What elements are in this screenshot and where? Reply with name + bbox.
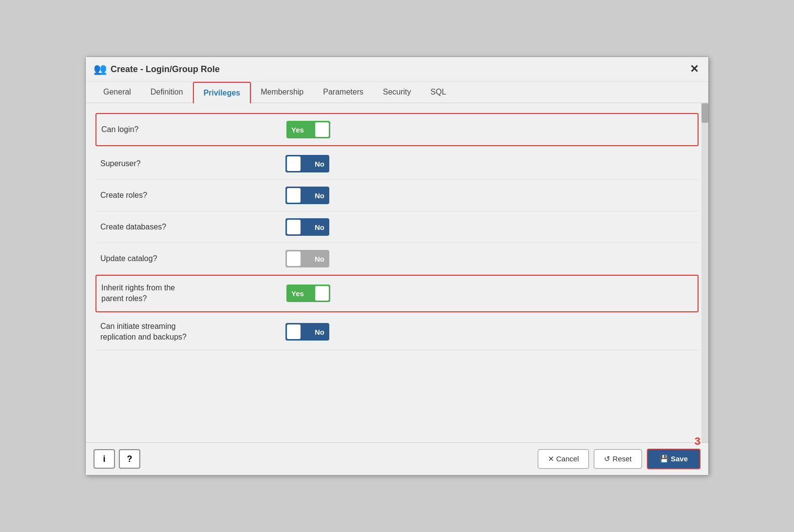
can-login-toggle[interactable]: Yes	[286, 121, 330, 138]
tab-bar: General Definition Privileges Membership…	[86, 82, 708, 103]
create-roles-toggle-knob	[287, 188, 301, 203]
footer-left: i ?	[94, 449, 140, 469]
scrollbar-track	[701, 103, 708, 442]
field-superuser: Superuser? No	[95, 148, 699, 180]
superuser-toggle-label: No	[310, 160, 329, 168]
streaming-replication-toggle-label: No	[310, 328, 329, 336]
help-button[interactable]: ?	[119, 449, 140, 469]
create-roles-toggle-wrapper: No	[285, 187, 329, 204]
can-login-toggle-label: Yes	[286, 126, 309, 134]
field-inherit-rights: Inherit rights from theparent roles? Yes…	[95, 275, 699, 312]
superuser-label: Superuser?	[100, 158, 285, 169]
tab-parameters[interactable]: Parameters	[313, 82, 373, 102]
update-catalog-toggle[interactable]: No	[285, 250, 329, 267]
create-roles-toggle[interactable]: No	[285, 187, 329, 204]
cancel-button[interactable]: ✕ Cancel	[538, 449, 589, 469]
tab-security[interactable]: Security	[373, 82, 421, 102]
close-button[interactable]: ✕	[688, 63, 700, 76]
footer: i ? 3 ✕ Cancel ↺ Reset 💾 Save	[86, 442, 708, 475]
title-bar: 👥 Create - Login/Group Role ✕	[86, 57, 708, 82]
inherit-rights-toggle-label: Yes	[286, 289, 309, 298]
field-create-roles: Create roles? No	[95, 180, 699, 211]
update-catalog-toggle-knob	[287, 251, 301, 266]
create-databases-toggle-label: No	[310, 223, 329, 231]
reset-button[interactable]: ↺ Reset	[594, 449, 642, 469]
inherit-rights-toggle[interactable]: Yes	[286, 285, 330, 302]
create-databases-label: Create databases?	[100, 222, 285, 232]
streaming-replication-toggle-wrapper: No	[285, 323, 329, 341]
tab-membership[interactable]: Membership	[251, 82, 313, 102]
tab-privileges[interactable]: Privileges	[193, 82, 251, 103]
superuser-toggle-wrapper: No	[285, 155, 329, 172]
create-roles-toggle-label: No	[310, 191, 329, 200]
can-login-toggle-knob	[315, 122, 329, 137]
dialog-title: Create - Login/Group Role	[111, 64, 220, 75]
inherit-rights-toggle-wrapper: Yes	[286, 285, 330, 302]
can-login-label: Can login?	[101, 124, 286, 135]
field-update-catalog: Update catalog? No	[95, 243, 699, 275]
save-button[interactable]: 💾 Save	[647, 449, 700, 469]
tab-sql[interactable]: SQL	[421, 82, 456, 102]
create-databases-toggle[interactable]: No	[285, 218, 329, 236]
tab-definition[interactable]: Definition	[141, 82, 193, 102]
create-login-group-role-dialog: 👥 Create - Login/Group Role ✕ General De…	[85, 57, 709, 475]
create-databases-toggle-wrapper: No	[285, 218, 329, 236]
inherit-rights-label: Inherit rights from theparent roles?	[101, 283, 286, 304]
annotation-3: 3	[695, 435, 700, 448]
update-catalog-toggle-wrapper: No	[285, 250, 329, 267]
update-catalog-label: Update catalog?	[100, 253, 285, 264]
create-roles-label: Create roles?	[100, 190, 285, 201]
streaming-replication-label: Can initiate streamingreplication and ba…	[100, 321, 285, 343]
info-button[interactable]: i	[94, 449, 115, 469]
dialog-icon: 👥	[94, 63, 107, 76]
field-can-login: Can login? Yes 1	[95, 113, 699, 146]
content-area: Can login? Yes 1 Superuser? No	[86, 103, 708, 355]
update-catalog-toggle-label: No	[310, 255, 329, 263]
streaming-replication-toggle[interactable]: No	[285, 323, 329, 341]
inherit-rights-toggle-knob	[315, 286, 329, 301]
tab-general[interactable]: General	[94, 82, 141, 102]
content-wrapper: Can login? Yes 1 Superuser? No	[86, 103, 708, 442]
streaming-replication-toggle-knob	[287, 324, 301, 339]
superuser-toggle[interactable]: No	[285, 155, 329, 172]
create-databases-toggle-knob	[287, 220, 301, 234]
can-login-toggle-wrapper: Yes	[286, 121, 330, 138]
superuser-toggle-knob	[287, 156, 301, 171]
field-create-databases: Create databases? No	[95, 211, 699, 243]
scrollbar-thumb[interactable]	[701, 103, 708, 123]
field-streaming-replication: Can initiate streamingreplication and ba…	[95, 314, 699, 350]
title-bar-left: 👥 Create - Login/Group Role	[94, 63, 220, 76]
footer-right: 3 ✕ Cancel ↺ Reset 💾 Save	[538, 449, 700, 469]
